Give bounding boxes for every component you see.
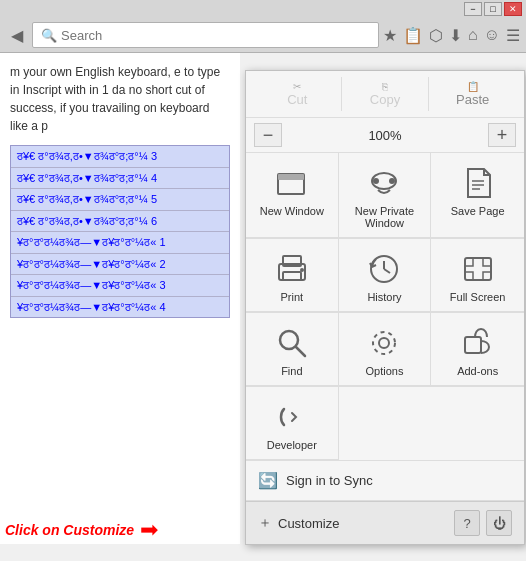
svg-rect-1 xyxy=(278,174,304,180)
addons-icon xyxy=(460,325,496,361)
help-button[interactable]: ? xyxy=(454,510,480,536)
menu-icon[interactable]: ☰ xyxy=(506,26,520,45)
search-bar[interactable]: 🔍 xyxy=(32,22,379,48)
home-icon[interactable]: ⌂ xyxy=(468,26,478,44)
icon-grid-row4: Developer xyxy=(246,387,524,461)
find-button[interactable]: Find xyxy=(246,313,339,386)
zoom-row: − 100% + xyxy=(246,118,524,153)
svg-point-11 xyxy=(300,268,304,272)
full-screen-button[interactable]: Full Screen xyxy=(431,239,524,312)
svg-point-19 xyxy=(373,332,395,354)
svg-point-3 xyxy=(373,178,379,184)
arrow-icon: ➡ xyxy=(140,517,158,543)
minimize-button[interactable]: − xyxy=(464,2,482,16)
click-annotation-text: Click on Customize xyxy=(5,522,134,538)
list-item[interactable]: ठ¥€ ठ°ठ¾ठ,ठ•▼ठ¾ठ°ठ;ठ°¼ 4 xyxy=(11,168,229,190)
list-item[interactable]: ¥ठ°ठ°ठ¼ठ¾ठ—▼ठ¥ठ°ठ°¼ठ« 3 xyxy=(11,275,229,297)
copy-button[interactable]: ⎘ Copy xyxy=(342,77,430,111)
list-item[interactable]: ¥ठ°ठ°ठ¼ठ¾ठ—▼ठ¥ठ°ठ°¼ठ« 4 xyxy=(11,297,229,318)
options-label: Options xyxy=(366,365,404,377)
dropdown-menu: ✂ Cut ⎘ Copy 📋 Paste − 100% + xyxy=(245,70,525,545)
main-content: m your own English keyboard, e to type i… xyxy=(0,53,526,544)
download-icon[interactable]: ⬇ xyxy=(449,26,462,45)
full-screen-label: Full Screen xyxy=(450,291,506,303)
search-input[interactable] xyxy=(61,28,370,43)
nav-icons: ★ 📋 ⬡ ⬇ ⌂ ☺ ☰ xyxy=(383,26,520,45)
sign-in-button[interactable]: 🔄 Sign in to Sync xyxy=(246,461,524,501)
options-icon xyxy=(366,325,402,361)
list-item[interactable]: ठ¥€ ठ°ठ¾ठ,ठ•▼ठ¾ठ°ठ;ठ°¼ 6 xyxy=(11,211,229,233)
cut-button[interactable]: ✂ Cut xyxy=(254,77,342,111)
title-bar: − □ ✕ xyxy=(0,0,526,18)
svg-rect-15 xyxy=(465,258,491,280)
search-icon: 🔍 xyxy=(41,28,57,43)
addons-button[interactable]: Add-ons xyxy=(431,313,524,386)
zoom-out-button[interactable]: − xyxy=(254,123,282,147)
reading-list-icon[interactable]: 📋 xyxy=(403,26,423,45)
print-button[interactable]: Print xyxy=(246,239,339,312)
pocket-icon[interactable]: ⬡ xyxy=(429,26,443,45)
sign-in-label: Sign in to Sync xyxy=(286,473,373,488)
new-window-icon xyxy=(274,165,310,201)
bookmark-icon[interactable]: ★ xyxy=(383,26,397,45)
list-item[interactable]: ठ¥€ ठ°ठ¾ठ,ठ•▼ठ¾ठ°ठ;ठ°¼ 3 xyxy=(11,146,229,168)
print-label: Print xyxy=(281,291,304,303)
svg-line-14 xyxy=(384,269,390,273)
edit-row: ✂ Cut ⎘ Copy 📋 Paste xyxy=(246,71,524,118)
customize-button[interactable]: Customize xyxy=(278,516,448,531)
list-item[interactable]: ¥ठ°ठ°ठ¼ठ¾ठ—▼ठ¥ठ°ठ°¼ठ« 2 xyxy=(11,254,229,276)
options-button[interactable]: Options xyxy=(339,313,432,386)
new-private-window-label: New Private Window xyxy=(347,205,423,229)
new-window-button[interactable]: New Window xyxy=(246,153,339,238)
svg-rect-20 xyxy=(465,337,481,353)
history-label: History xyxy=(367,291,401,303)
addons-label: Add-ons xyxy=(457,365,498,377)
zoom-value: 100% xyxy=(282,128,488,143)
power-button[interactable]: ⏻ xyxy=(486,510,512,536)
print-icon xyxy=(274,251,310,287)
new-window-label: New Window xyxy=(260,205,324,217)
close-button[interactable]: ✕ xyxy=(504,2,522,16)
icon-grid-row1: New Window New Private Window xyxy=(246,153,524,239)
svg-point-18 xyxy=(379,338,389,348)
svg-point-4 xyxy=(389,178,395,184)
user-icon[interactable]: ☺ xyxy=(484,26,500,44)
nav-bar: ◀ 🔍 ★ 📋 ⬡ ⬇ ⌂ ☺ ☰ xyxy=(0,18,526,52)
icon-grid-row3: Find Options xyxy=(246,313,524,387)
customize-plus-icon: ＋ xyxy=(258,514,272,532)
svg-line-17 xyxy=(296,347,305,356)
sync-icon: 🔄 xyxy=(258,471,278,490)
icon-grid-row2: Print History xyxy=(246,239,524,313)
zoom-in-button[interactable]: + xyxy=(488,123,516,147)
browser-chrome: − □ ✕ ◀ 🔍 ★ 📋 ⬡ ⬇ ⌂ ☺ ☰ xyxy=(0,0,526,53)
link-list: ठ¥€ ठ°ठ¾ठ,ठ•▼ठ¾ठ°ठ;ठ°¼ 3 ठ¥€ ठ°ठ¾ठ,ठ•▼ठ¾… xyxy=(10,145,230,318)
save-page-label: Save Page xyxy=(451,205,505,217)
page-content: m your own English keyboard, e to type i… xyxy=(0,53,240,544)
customize-row: ＋ Customize ? ⏻ xyxy=(246,501,524,544)
developer-icon xyxy=(274,399,310,435)
full-screen-icon xyxy=(460,251,496,287)
find-icon xyxy=(274,325,310,361)
back-button[interactable]: ◀ xyxy=(6,24,28,46)
save-page-icon xyxy=(460,165,496,201)
new-private-window-button[interactable]: New Private Window xyxy=(339,153,432,238)
list-item[interactable]: ठ¥€ ठ°ठ¾ठ,ठ•▼ठ¾ठ°ठ;ठ°¼ 5 xyxy=(11,189,229,211)
history-icon xyxy=(366,251,402,287)
svg-rect-10 xyxy=(283,272,301,280)
paste-button[interactable]: 📋 Paste xyxy=(429,77,516,111)
list-item[interactable]: ¥ठ°ठ°ठ¼ठ¾ठ—▼ठ¥ठ°ठ°¼ठ« 1 xyxy=(11,232,229,254)
developer-button[interactable]: Developer xyxy=(246,387,339,460)
find-label: Find xyxy=(281,365,302,377)
developer-label: Developer xyxy=(267,439,317,451)
page-text: m your own English keyboard, e to type i… xyxy=(10,63,230,135)
save-page-button[interactable]: Save Page xyxy=(431,153,524,238)
click-annotation: Click on Customize ➡ xyxy=(5,517,158,543)
history-button[interactable]: History xyxy=(339,239,432,312)
new-private-window-icon xyxy=(366,165,402,201)
maximize-button[interactable]: □ xyxy=(484,2,502,16)
